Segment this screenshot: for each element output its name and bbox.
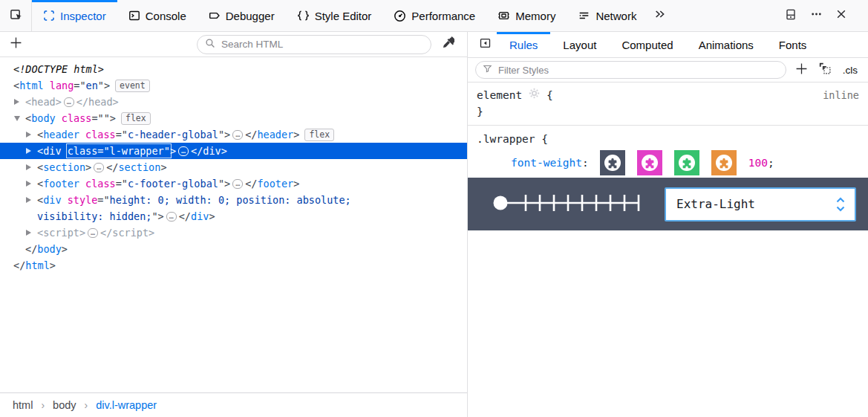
toggle-classes-button[interactable]: .cls bbox=[841, 65, 859, 76]
tab-animations[interactable]: Animations bbox=[686, 32, 766, 57]
tab-style-editor[interactable]: Style Editor bbox=[286, 0, 383, 31]
element-selector[interactable]: element bbox=[477, 87, 522, 103]
tree-row[interactable]: <header class="c-header-global">…</heade… bbox=[0, 126, 467, 143]
tree-row-selected[interactable]: <div class="l-wrapper">…</div> bbox=[0, 143, 467, 159]
expand-right-icon[interactable] bbox=[26, 132, 31, 138]
tab-computed[interactable]: Computed bbox=[609, 32, 685, 57]
tab-label: Inspector bbox=[60, 10, 106, 22]
slate-extension-swatch[interactable] bbox=[600, 150, 625, 175]
code-token: > bbox=[160, 161, 166, 173]
code-token: "> bbox=[151, 210, 163, 222]
event-badge[interactable]: event bbox=[115, 80, 150, 92]
font-weight-select[interactable]: Extra-Light bbox=[665, 187, 856, 222]
filter-styles-input[interactable] bbox=[497, 64, 779, 77]
more-tabs-button[interactable] bbox=[647, 0, 672, 31]
code-token: lang bbox=[44, 80, 74, 91]
expand-right-icon[interactable] bbox=[26, 181, 31, 187]
puzzle-piece-icon bbox=[715, 154, 733, 172]
tab-label: Style Editor bbox=[315, 10, 372, 22]
font-weight-declaration: font-weight: 100; bbox=[468, 147, 868, 178]
font-weight-slider[interactable] bbox=[489, 187, 646, 222]
expand-right-icon[interactable] bbox=[26, 164, 31, 170]
tab-performance[interactable]: Performance bbox=[382, 0, 486, 31]
orange-extension-swatch[interactable] bbox=[711, 150, 737, 175]
breadcrumb-item-body[interactable]: body bbox=[53, 399, 76, 411]
tab-network[interactable]: Network bbox=[567, 0, 647, 31]
code-token: <head> bbox=[25, 96, 62, 108]
expand-right-icon[interactable] bbox=[26, 230, 31, 236]
devtools-body: <!DOCTYPE html><html lang="en">event<hea… bbox=[0, 32, 868, 417]
code-token: <!DOCTYPE html> bbox=[13, 63, 104, 75]
code-token: class bbox=[68, 145, 98, 157]
brace-open: { bbox=[546, 87, 553, 103]
search-html-input[interactable] bbox=[220, 38, 423, 51]
collapsed-content-pill[interactable]: … bbox=[232, 179, 243, 189]
green-extension-swatch[interactable] bbox=[674, 150, 699, 175]
close-button[interactable] bbox=[831, 5, 852, 26]
tab-label: Memory bbox=[515, 10, 555, 22]
code-token: body bbox=[31, 112, 56, 124]
breadcrumb-item-html[interactable]: html bbox=[13, 399, 33, 411]
selector-highlighter-icon[interactable] bbox=[529, 87, 540, 103]
breadcrumb-item-div.l-wrapper[interactable]: div.l-wrapper bbox=[96, 399, 157, 411]
puzzle-piece-icon bbox=[604, 154, 621, 172]
flex-badge[interactable]: flex bbox=[121, 112, 151, 125]
pick-element-button[interactable] bbox=[0, 0, 31, 31]
tree-row[interactable]: <section>…</section> bbox=[0, 159, 467, 175]
tree-row[interactable]: <div style="height: 0; width: 0; positio… bbox=[0, 192, 467, 208]
code-token: class bbox=[56, 112, 92, 124]
expand-right-icon[interactable] bbox=[26, 197, 31, 203]
tree-row[interactable]: <body class="">flex bbox=[0, 110, 467, 126]
tree-row[interactable]: <script>…</script> bbox=[0, 224, 467, 241]
magenta-extension-swatch[interactable] bbox=[637, 150, 662, 175]
rules-toolbar: .cls bbox=[468, 58, 868, 83]
code-token: header bbox=[257, 129, 293, 140]
tree-row[interactable]: <footer class="c-footer-global">…</foote… bbox=[0, 175, 467, 192]
sidebar-tabs: RulesLayoutComputedAnimationsFonts bbox=[497, 32, 819, 57]
tree-row[interactable]: <head>…</head> bbox=[0, 94, 467, 110]
code-token: </ bbox=[106, 161, 118, 173]
code-token: html bbox=[25, 259, 50, 271]
code-token: section bbox=[118, 161, 160, 173]
eyedropper-button[interactable] bbox=[436, 35, 460, 54]
expand-right-icon[interactable] bbox=[26, 148, 31, 154]
code-token: "> bbox=[98, 80, 110, 91]
tree-row[interactable]: visibility: hidden;">…</div> bbox=[0, 208, 467, 224]
property-name[interactable]: font-weight bbox=[511, 157, 582, 169]
tab-memory[interactable]: Memory bbox=[486, 0, 567, 31]
add-node-button[interactable] bbox=[6, 35, 25, 54]
add-rule-button[interactable] bbox=[794, 61, 810, 79]
meatball-menu-button[interactable] bbox=[806, 5, 826, 26]
tree-row[interactable]: <html lang="en">event bbox=[0, 77, 467, 94]
dock-button[interactable] bbox=[780, 5, 801, 26]
property-value[interactable]: 100 bbox=[748, 157, 768, 169]
rule-selector[interactable]: .lwrapper bbox=[477, 133, 535, 145]
collapsed-content-pill[interactable]: … bbox=[232, 130, 243, 140]
tree-row[interactable]: <!DOCTYPE html> bbox=[0, 61, 467, 77]
rule-source-label[interactable]: inline bbox=[823, 87, 859, 103]
tab-layout[interactable]: Layout bbox=[550, 32, 609, 57]
collapsed-content-pill[interactable]: … bbox=[166, 212, 177, 222]
flex-badge[interactable]: flex bbox=[304, 129, 334, 141]
pane-toggle-button[interactable] bbox=[473, 32, 497, 57]
tree-row[interactable]: </body> bbox=[0, 241, 467, 257]
tab-inspector[interactable]: Inspector bbox=[32, 0, 117, 31]
collapsed-content-pill[interactable]: … bbox=[94, 163, 104, 172]
pseudo-class-panel-button[interactable] bbox=[818, 61, 834, 79]
tab-console[interactable]: Console bbox=[117, 0, 198, 31]
tab-debugger[interactable]: Debugger bbox=[198, 0, 286, 31]
expand-right-icon[interactable] bbox=[14, 99, 19, 105]
tab-fonts[interactable]: Fonts bbox=[766, 32, 820, 57]
window-controls bbox=[780, 0, 868, 31]
tree-row[interactable]: </html> bbox=[0, 257, 467, 274]
expand-down-icon[interactable] bbox=[14, 116, 20, 121]
tab-rules[interactable]: Rules bbox=[497, 32, 550, 57]
sidebar-toggle-icon bbox=[479, 37, 492, 52]
code-token: html bbox=[19, 80, 44, 91]
code-token: l-wrapper bbox=[110, 145, 164, 157]
highlighted-attribute[interactable]: class="l-wrapper" bbox=[68, 145, 170, 157]
collapsed-content-pill[interactable]: … bbox=[64, 97, 74, 107]
collapsed-content-pill[interactable]: … bbox=[88, 228, 98, 238]
collapsed-content-pill[interactable]: … bbox=[178, 146, 189, 156]
funnel-icon bbox=[483, 63, 492, 77]
